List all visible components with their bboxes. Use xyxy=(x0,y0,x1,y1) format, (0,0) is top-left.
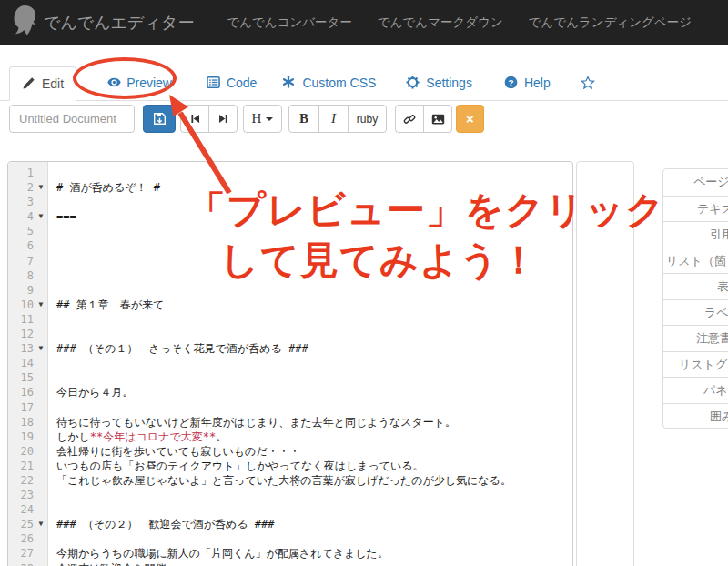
image-button[interactable] xyxy=(423,105,452,133)
fold-arrow-icon[interactable]: ▼ xyxy=(34,180,48,195)
editor-line-13: 13▼### （その１） さっそく花見で酒が呑める ### xyxy=(8,341,591,356)
question-icon: ? xyxy=(504,76,519,90)
svg-text:?: ? xyxy=(508,77,513,87)
tab-star[interactable] xyxy=(568,66,608,100)
snippet-sidebar: ページテキス引用リスト（箇表ラベ注意書リストグパネ囲み xyxy=(662,168,728,429)
code-text xyxy=(48,370,56,385)
step-forward-button[interactable] xyxy=(208,105,238,133)
code-text xyxy=(48,400,56,415)
heading-dropdown-button[interactable]: H xyxy=(243,105,282,133)
step-backward-button[interactable] xyxy=(180,105,209,133)
close-button[interactable]: × xyxy=(456,105,484,133)
fold-spacer xyxy=(34,502,48,517)
bold-button[interactable]: B xyxy=(288,105,319,133)
snippet-button-label: テキス xyxy=(697,197,728,222)
editor-line-26: 26 xyxy=(8,531,591,546)
line-number: 24 xyxy=(8,502,34,517)
editor-line-9: 9 xyxy=(8,283,591,298)
code-text xyxy=(48,268,56,283)
editor-toolbar: H B I ruby xyxy=(0,105,728,133)
editor-line-19: 19しかし**今年はコロナで大変**。 xyxy=(8,430,591,444)
snippet-button-5[interactable]: ラベ xyxy=(663,299,728,326)
fold-spacer xyxy=(34,430,48,444)
gear-icon xyxy=(406,76,420,90)
code-text xyxy=(48,312,56,327)
fold-spacer xyxy=(34,166,48,180)
editor-line-20: 20会社帰りに街を歩いていても寂しいものだ・・・ xyxy=(8,444,591,459)
fold-arrow-icon[interactable]: ▼ xyxy=(34,209,48,224)
app-brand[interactable]: でんでんエディター xyxy=(44,12,194,34)
fold-spacer xyxy=(34,473,48,488)
fold-arrow-icon[interactable]: ▼ xyxy=(34,298,48,312)
navbar-item-2[interactable]: でんでんランディングページ xyxy=(516,15,704,31)
fold-spacer xyxy=(34,224,48,238)
pencil-icon xyxy=(22,76,36,91)
editor-line-2: 2▼# 酒が呑めるぞ！ # xyxy=(8,180,591,195)
editor-line-1: 1 xyxy=(8,166,591,180)
line-number: 21 xyxy=(8,459,34,473)
editor-line-7: 7 xyxy=(8,254,591,268)
snippet-button-9[interactable]: 囲み xyxy=(663,403,728,430)
tab-help[interactable]: ?Help xyxy=(491,66,563,100)
line-number: 12 xyxy=(8,327,34,341)
snippet-button-label: パネ xyxy=(703,378,728,403)
line-number: 23 xyxy=(8,488,34,502)
tab-bar: EditPreviewCodeCustom CSSSettings?Help xyxy=(0,45,728,101)
snippet-button-4[interactable]: 表 xyxy=(663,273,728,299)
heading-label: H xyxy=(252,111,262,126)
navbar-item-1[interactable]: でんでんマークダウン xyxy=(365,15,516,31)
list-alt-icon xyxy=(207,76,221,90)
editor-line-22: 22「これじゃ飲み屋じゃないよ」と言っていた大将の言葉が寂しげだったのが少し気に… xyxy=(8,473,591,488)
fold-spacer xyxy=(34,400,48,415)
italic-button[interactable]: I xyxy=(318,105,349,133)
code-text xyxy=(48,356,56,370)
code-text: ### （その２） 歓迎会で酒が呑める ### xyxy=(48,517,274,531)
editor-line-27: 27今期からうちの職場に新人の「片岡くん」が配属されてきました。 xyxy=(8,546,591,561)
document-title-input[interactable] xyxy=(9,105,135,133)
snippet-button-7[interactable]: リストグ xyxy=(663,351,728,378)
tab-code[interactable]: Code xyxy=(194,66,269,100)
tab-preview[interactable]: Preview xyxy=(94,66,185,100)
save-button[interactable] xyxy=(143,105,176,133)
code-text: === xyxy=(48,209,76,224)
snippet-button-0[interactable]: ページ xyxy=(663,169,728,196)
link-button[interactable] xyxy=(395,105,424,133)
code-text: 今日から４月。 xyxy=(48,385,134,399)
snippet-button-label: 表 xyxy=(717,274,728,299)
editor-line-15: 15 xyxy=(8,370,591,385)
tab-label: Settings xyxy=(426,76,472,90)
snippet-button-8[interactable]: パネ xyxy=(663,377,728,403)
code-text xyxy=(48,224,56,238)
eye-icon xyxy=(106,76,121,90)
snippet-button-3[interactable]: リスト（箇 xyxy=(663,248,728,274)
line-number: 6 xyxy=(8,238,34,253)
line-number: 13 xyxy=(8,341,34,356)
denden-editor-app: でんでんエディター でんでんコンバーターでんでんマークダウンでんでんランディング… xyxy=(0,0,728,566)
code-text xyxy=(48,327,56,341)
code-text xyxy=(48,488,56,502)
snippet-button-1[interactable]: テキス xyxy=(663,196,728,222)
tab-edit[interactable]: Edit xyxy=(9,66,76,101)
line-number: 15 xyxy=(8,370,34,385)
line-number: 17 xyxy=(8,400,34,415)
editor-line-3: 3 xyxy=(8,195,591,209)
markdown-editor[interactable]: 12▼# 酒が呑めるぞ！ #34▼===5678910▼## 第１章 春が来て1… xyxy=(7,161,573,566)
editor-line-11: 11 xyxy=(8,312,591,327)
snippet-button-label: 囲み xyxy=(710,404,728,430)
snippet-button-6[interactable]: 注意書 xyxy=(663,325,728,351)
tab-custom-css[interactable]: Custom CSS xyxy=(269,66,389,100)
ruby-button[interactable]: ruby xyxy=(348,105,387,133)
editor-line-4: 4▼=== xyxy=(8,209,591,224)
editor-line-28: 28今週末は歓迎会を開催。 xyxy=(8,561,591,566)
line-number: 5 xyxy=(8,224,34,238)
line-number: 7 xyxy=(8,254,34,268)
star-icon xyxy=(581,76,595,90)
snippet-button-2[interactable]: 引用 xyxy=(663,221,728,248)
inline-format-group: B I ruby xyxy=(288,105,387,133)
fold-arrow-icon[interactable]: ▼ xyxy=(34,341,48,356)
fold-arrow-icon[interactable]: ▼ xyxy=(34,517,48,531)
code-text: 今期からうちの職場に新人の「片岡くん」が配属されてきました。 xyxy=(48,546,389,561)
navbar-item-0[interactable]: でんでんコンバーター xyxy=(214,15,365,31)
line-number: 18 xyxy=(8,415,34,430)
tab-settings[interactable]: Settings xyxy=(393,66,485,100)
